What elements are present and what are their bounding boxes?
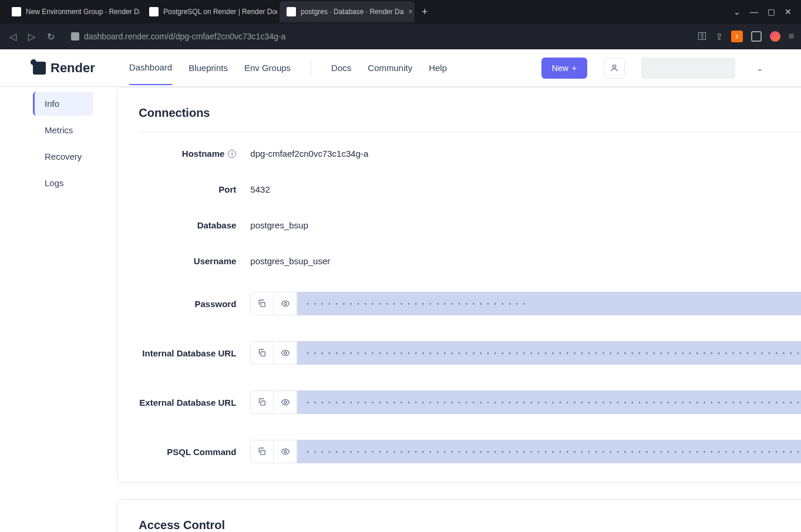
label-port: Port xyxy=(139,184,250,194)
row-external-url: External Database URL • • • • • • • • • … xyxy=(139,390,801,414)
workspace-selector[interactable] xyxy=(641,58,735,79)
masked-value: • • • • • • • • • • • • • • • • • • • • … xyxy=(297,341,801,365)
close-icon[interactable]: × xyxy=(408,8,412,16)
window-controls: ⌄ — ▢ ✕ xyxy=(733,7,796,16)
reveal-button[interactable] xyxy=(274,440,297,463)
row-password: Password • • • • • • • • • • • • • • • •… xyxy=(139,292,801,315)
browser-titlebar: New Environment Group · Render Da Postgr… xyxy=(0,0,801,23)
label-psql: PSQL Command xyxy=(139,447,250,457)
secret-psql: • • • • • • • • • • • • • • • • • • • • … xyxy=(250,440,801,463)
new-tab-button[interactable]: + xyxy=(417,4,433,21)
browser-tab[interactable]: New Environment Group · Render Da xyxy=(5,1,140,22)
info-icon[interactable]: i xyxy=(228,150,236,158)
render-logo[interactable]: Render xyxy=(33,60,95,76)
label-database: Database xyxy=(139,220,250,230)
favicon-icon xyxy=(287,7,296,16)
chevron-down-icon[interactable]: ⌄ xyxy=(752,63,768,73)
menu-icon[interactable]: ≡ xyxy=(789,31,794,42)
row-database: Database postgres_bsup xyxy=(139,220,801,230)
browser-tab[interactable]: PostgreSQL on Render | Render Docs xyxy=(142,1,277,22)
svg-rect-5 xyxy=(261,401,265,405)
favicon-icon xyxy=(149,7,159,16)
close-window-icon[interactable]: ✕ xyxy=(785,7,792,16)
copy-button[interactable] xyxy=(250,440,274,463)
masked-value: • • • • • • • • • • • • • • • • • • • • … xyxy=(297,390,801,414)
sidebar: Info Metrics Recovery Logs xyxy=(33,87,93,532)
row-internal-url: Internal Database URL • • • • • • • • • … xyxy=(139,341,801,365)
addrbar-actions: ⚿ ⇪ 2 ≡ xyxy=(698,31,794,42)
nav-divider xyxy=(311,60,311,76)
secret-password: • • • • • • • • • • • • • • • • • • • • … xyxy=(250,292,801,315)
value-database: postgres_bsup xyxy=(250,220,308,230)
masked-value: • • • • • • • • • • • • • • • • • • • • … xyxy=(297,440,801,463)
chevron-down-icon[interactable]: ⌄ xyxy=(733,7,741,16)
secret-external-url: • • • • • • • • • • • • • • • • • • • • … xyxy=(250,390,801,414)
sidebar-item-logs[interactable]: Logs xyxy=(33,171,93,195)
masked-value: • • • • • • • • • • • • • • • • • • • • … xyxy=(297,292,801,315)
row-username: Username postgres_bsup_user xyxy=(139,256,801,266)
reveal-button[interactable] xyxy=(274,341,297,365)
nav-community[interactable]: Community xyxy=(368,51,412,85)
extensions-icon[interactable] xyxy=(751,31,762,42)
copy-button[interactable] xyxy=(250,292,274,315)
row-psql: PSQL Command • • • • • • • • • • • • • •… xyxy=(139,440,801,463)
label-password: Password xyxy=(139,299,250,309)
new-button-label: New xyxy=(552,63,568,73)
panel: Connections Hostnamei dpg-cmfaef2cn0vc73… xyxy=(117,87,801,532)
nav-blueprints[interactable]: Blueprints xyxy=(189,51,228,85)
svg-point-4 xyxy=(284,352,287,354)
logo-icon xyxy=(33,62,46,75)
profile-avatar[interactable] xyxy=(770,31,780,42)
nav-dashboard[interactable]: Dashboard xyxy=(129,50,172,85)
maximize-icon[interactable]: ▢ xyxy=(768,7,775,16)
share-icon[interactable]: ⇪ xyxy=(715,31,723,42)
copy-button[interactable] xyxy=(250,390,274,414)
svg-rect-3 xyxy=(261,352,265,356)
sidebar-item-recovery[interactable]: Recovery xyxy=(33,144,93,169)
favicon-icon xyxy=(12,7,21,16)
site-info-icon[interactable] xyxy=(71,32,79,41)
plus-icon: + xyxy=(572,63,577,73)
reveal-button[interactable] xyxy=(274,292,297,315)
browser-tab-active[interactable]: postgres · Database · Render Da× xyxy=(280,1,415,22)
tab-title: New Environment Group · Render Da xyxy=(26,8,140,16)
access-control-card: Access Control xyxy=(117,499,801,532)
card-title: Access Control xyxy=(139,518,801,532)
svg-point-6 xyxy=(284,401,287,403)
nav-docs[interactable]: Docs xyxy=(331,51,351,85)
url-text: dashboard.render.com/d/dpg-cmfaef2cn0vc7… xyxy=(84,32,285,41)
label-internal-url: Internal Database URL xyxy=(139,348,250,358)
sidebar-item-metrics[interactable]: Metrics xyxy=(33,118,93,142)
reload-button[interactable]: ↻ xyxy=(45,29,57,45)
svg-point-0 xyxy=(612,65,615,68)
label-hostname: Hostnamei xyxy=(139,149,250,159)
card-title: Connections xyxy=(139,106,801,132)
nav-envgroups[interactable]: Env Groups xyxy=(244,51,291,85)
url-input[interactable]: dashboard.render.com/d/dpg-cmfaef2cn0vc7… xyxy=(64,32,691,41)
copy-button[interactable] xyxy=(250,341,274,365)
page-content: Render Dashboard Blueprints Env Groups D… xyxy=(0,49,801,532)
value-username: postgres_bsup_user xyxy=(250,256,330,266)
logo-text: Render xyxy=(51,60,95,76)
minimize-icon[interactable]: — xyxy=(750,7,758,16)
svg-rect-1 xyxy=(261,302,265,307)
nav-help[interactable]: Help xyxy=(429,51,447,85)
back-button[interactable]: ◁ xyxy=(7,29,19,45)
row-hostname: Hostnamei dpg-cmfaef2cn0vc73c1c34g-a xyxy=(139,149,801,159)
main-layout: Info Metrics Recovery Logs Connections H… xyxy=(0,87,801,532)
reveal-button[interactable] xyxy=(274,390,297,414)
tab-title: PostgreSQL on Render | Render Docs xyxy=(163,8,277,16)
value-port: 5432 xyxy=(250,184,270,194)
row-port: Port 5432 xyxy=(139,184,801,194)
tab-title: postgres · Database · Render Da xyxy=(301,8,403,16)
value-hostname: dpg-cmfaef2cn0vc73c1c34g-a xyxy=(250,149,368,159)
key-icon[interactable]: ⚿ xyxy=(698,31,707,42)
svg-rect-7 xyxy=(261,450,265,454)
sidebar-item-info[interactable]: Info xyxy=(33,92,93,116)
forward-button[interactable]: ▷ xyxy=(26,29,38,45)
top-nav: Render Dashboard Blueprints Env Groups D… xyxy=(0,49,801,87)
user-icon[interactable] xyxy=(604,58,625,79)
address-bar: ◁ ▷ ↻ dashboard.render.com/d/dpg-cmfaef2… xyxy=(0,23,801,49)
new-button[interactable]: New+ xyxy=(541,58,587,79)
brave-shield-icon[interactable]: 2 xyxy=(731,31,743,42)
